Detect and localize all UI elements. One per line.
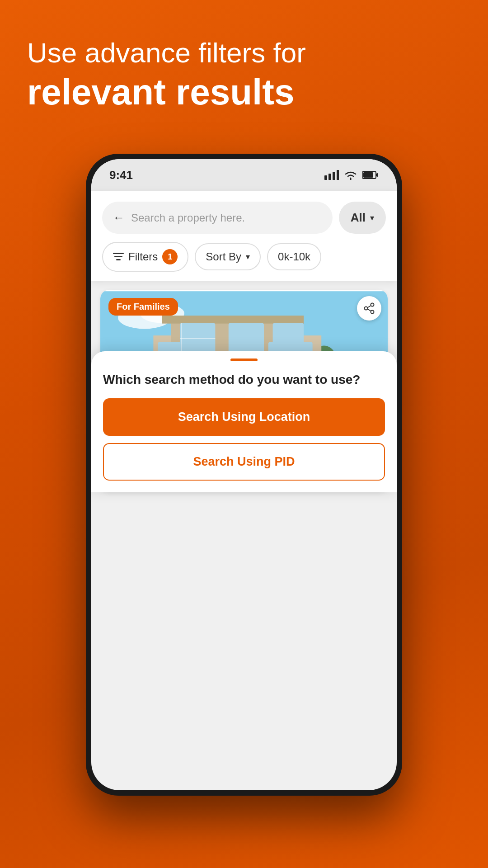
- svg-point-35: [371, 311, 374, 314]
- header-title: relevant results: [27, 71, 461, 113]
- sheet-handle: [230, 359, 258, 361]
- share-icon: [363, 302, 375, 314]
- property-listing-area: For Families: [91, 290, 397, 492]
- svg-rect-22: [229, 323, 264, 354]
- svg-rect-0: [324, 175, 327, 180]
- header-subtitle: Use advance filters for: [27, 36, 461, 70]
- status-bar: 9:41: [91, 159, 397, 191]
- status-time: 9:41: [109, 168, 133, 182]
- svg-rect-5: [363, 172, 373, 178]
- signal-icon: [324, 170, 339, 180]
- search-input-btn[interactable]: ← Search a property here.: [102, 202, 333, 234]
- all-dropdown-btn[interactable]: All ▾: [339, 202, 386, 234]
- svg-rect-1: [328, 174, 331, 180]
- search-placeholder-text: Search a property here.: [131, 212, 245, 224]
- back-arrow-icon: ←: [113, 211, 125, 225]
- svg-point-34: [365, 307, 368, 310]
- svg-point-33: [371, 303, 374, 307]
- share-btn[interactable]: [357, 296, 381, 321]
- search-row: ← Search a property here. All ▾: [102, 202, 386, 234]
- filters-label: Filters: [128, 250, 158, 263]
- svg-rect-6: [376, 173, 378, 177]
- status-icons: [324, 170, 379, 180]
- search-location-btn[interactable]: Search Using Location: [103, 398, 385, 436]
- sort-by-btn[interactable]: Sort By ▾: [195, 243, 261, 270]
- sort-chevron-icon: ▾: [246, 252, 250, 262]
- battery-icon: [362, 170, 379, 179]
- phone-frame: 9:41: [86, 154, 402, 796]
- chevron-down-icon: ▾: [370, 213, 374, 223]
- bottom-sheet: Which search method do you want to use? …: [91, 351, 397, 492]
- phone-mockup: 9:41: [86, 154, 402, 796]
- svg-rect-7: [113, 253, 124, 254]
- search-pid-btn[interactable]: Search Using PID: [103, 443, 385, 481]
- sheet-title: Which search method do you want to use?: [103, 371, 385, 388]
- svg-rect-3: [337, 170, 339, 180]
- svg-rect-20: [162, 316, 304, 324]
- wifi-icon: [344, 170, 357, 180]
- price-range-btn[interactable]: 0k-10k: [267, 243, 321, 270]
- svg-rect-2: [333, 172, 335, 180]
- search-card: ← Search a property here. All ▾: [91, 191, 397, 281]
- filter-row: Filters 1 Sort By ▾ 0k-10k: [102, 242, 386, 272]
- svg-line-37: [367, 309, 371, 311]
- svg-line-36: [367, 306, 371, 308]
- price-range-label: 0k-10k: [278, 250, 310, 263]
- svg-rect-9: [116, 259, 121, 260]
- header-section: Use advance filters for relevant results: [0, 0, 488, 131]
- filter-lines-icon: [113, 253, 124, 261]
- filters-btn[interactable]: Filters 1: [102, 242, 188, 272]
- filter-count-badge: 1: [162, 249, 178, 264]
- phone-screen: 9:41: [91, 159, 397, 790]
- svg-rect-8: [114, 256, 122, 257]
- sort-by-label: Sort By: [206, 250, 241, 263]
- for-families-badge: For Families: [108, 298, 178, 316]
- all-label: All: [351, 211, 366, 225]
